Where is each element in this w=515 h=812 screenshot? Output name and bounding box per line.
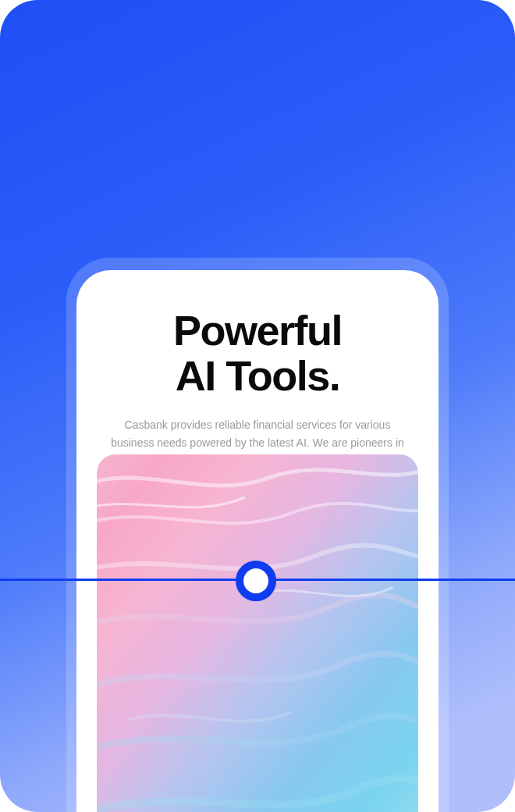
page-title: Powerful AI Tools. — [95, 308, 420, 399]
card-container: Powerful AI Tools. Casbank provides reli… — [0, 0, 515, 812]
slider-handle[interactable] — [236, 561, 276, 601]
heading-block: Powerful AI Tools. — [76, 270, 439, 399]
title-line-1: Powerful — [173, 307, 342, 354]
hero-image — [97, 454, 418, 812]
marble-texture — [97, 454, 418, 812]
title-line-2: AI Tools. — [176, 352, 340, 399]
phone-screen: Powerful AI Tools. Casbank provides reli… — [76, 270, 439, 812]
